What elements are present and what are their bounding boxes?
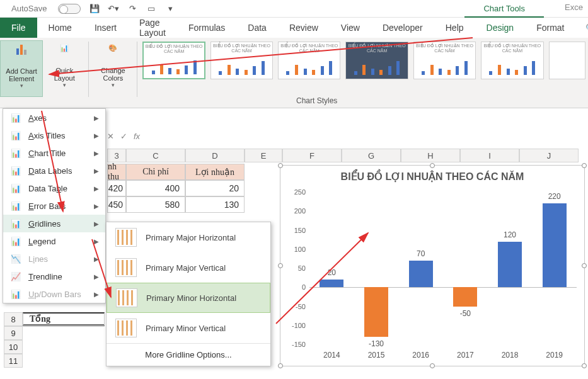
undo-icon[interactable]: ↶▾ [108, 4, 118, 14]
ribbon-band: Add Chart Element ▾ 📊 Quick Layout ▾ 🎨 C… [0, 38, 588, 108]
col-header-f[interactable]: F [282, 149, 342, 162]
menu-axis-titles[interactable]: 📊Axis Titles▶ [3, 127, 105, 144]
tab-home[interactable]: Home [37, 18, 83, 38]
gridlines-more-options[interactable]: More Gridline Options... [107, 343, 270, 366]
chart-style-1[interactable]: BIỂU ĐỒ LỢI NHUẬN THEO CÁC NĂM [142, 42, 205, 79]
ribbon-tabs: File Home Insert Page Layout Formulas Da… [0, 18, 588, 38]
chart-style-3[interactable]: BIỂU ĐỒ LỢI NHUẬN THEO CÁC NĂM [278, 42, 340, 79]
fx-cancel-icon[interactable]: ✕ [107, 132, 114, 141]
menu-chart-title[interactable]: 📊Chart Title▶ [3, 144, 105, 162]
col-header-c[interactable]: C [126, 149, 185, 162]
cell-d1[interactable]: 20 [185, 180, 245, 196]
col-header-g[interactable]: G [342, 149, 401, 162]
chart-style-4[interactable]: BIỂU ĐỒ LỢI NHUẬN THEO CÁC NĂM [345, 42, 408, 79]
row-header-11[interactable]: 11 [4, 354, 23, 368]
tab-format[interactable]: Format [525, 18, 575, 38]
cell-b2[interactable]: 450 [107, 196, 126, 213]
chart-title[interactable]: BIỂU ĐỒ LỢI NHUẬN THEO CÁC NĂM [280, 166, 584, 185]
cell-c2[interactable]: 580 [126, 196, 185, 213]
gridlines-primary-minor-vertical[interactable]: Primary Minor Vertical [107, 313, 270, 343]
tab-file[interactable]: File [0, 18, 37, 38]
col-header-h[interactable]: H [401, 149, 460, 162]
gridlines-primary-major-vertical[interactable]: Primary Major Vertical [107, 252, 270, 283]
menu-legend[interactable]: 📊Legend▶ [3, 232, 105, 250]
chart-style-7[interactable] [549, 42, 585, 79]
quick-layout-button[interactable]: 📊 Quick Layout ▾ [43, 40, 86, 97]
menu-updown-bars: 📊Up/Down Bars▶ [3, 285, 105, 303]
menu-lines: 📉Lines▶ [3, 250, 105, 268]
col-header-j[interactable]: J [519, 149, 579, 162]
menu-axes[interactable]: 📊AAxesxes▶ [3, 109, 105, 127]
col-header-d[interactable]: D [185, 149, 245, 162]
cell-tong[interactable]: Tổng [23, 312, 105, 326]
row-header-10[interactable]: 10 [4, 340, 23, 354]
gridlines-primary-minor-horizontal[interactable]: Primary Minor Horizontal [107, 283, 270, 313]
menu-gridlines[interactable]: 📊Gridlines▶ [3, 215, 105, 232]
app-name: Exce [565, 3, 583, 12]
tong-cell-wrap: Tổng [23, 312, 105, 326]
chart-style-6[interactable]: BIỂU ĐỒ LỢI NHUẬN THEO CÁC NĂM [481, 42, 543, 79]
chart-style-5[interactable]: BIỂU ĐỒ LỢI NHUẬN THEO CÁC NĂM [413, 42, 476, 79]
col-header-i[interactable]: I [460, 149, 519, 162]
table-row-1: 420 400 20 [107, 180, 245, 196]
cell-b-header[interactable]: nh thu [107, 164, 126, 180]
tab-view[interactable]: View [330, 18, 371, 38]
cell-c1[interactable]: 400 [126, 180, 185, 196]
chart-tools-contextual-tab: Chart Tools [464, 0, 544, 18]
tab-help[interactable]: Help [434, 18, 475, 38]
save-icon[interactable]: 💾 [89, 4, 100, 14]
menu-trendline[interactable]: 📈Trendline▶ [3, 268, 105, 285]
column-headers: 3 C D E F G H I J [107, 149, 585, 162]
customize-qat-icon[interactable]: ▾ [165, 4, 175, 14]
redo-icon[interactable]: ↷ [127, 4, 137, 14]
formula-bar: ✕ ✓ fx [107, 130, 585, 142]
title-bar: AutoSave 💾 ↶▾ ↷ ▭ ▾ Chart Tools Exce [0, 0, 588, 18]
menu-data-labels[interactable]: 📊Data Labels▶ [3, 162, 105, 179]
cell-c-header[interactable]: Chi phí [126, 164, 185, 180]
autosave-label: AutoSave [11, 4, 47, 13]
cell-b1[interactable]: 420 [107, 180, 126, 196]
gridlines-primary-major-horizontal[interactable]: Primary Major Horizontal [107, 222, 270, 252]
chart-object[interactable]: BIỂU ĐỒ LỢI NHUẬN THEO CÁC NĂM 250200150… [280, 165, 585, 366]
change-colors-label: Change Colors [91, 67, 134, 82]
change-colors-button[interactable]: 🎨 Change Colors ▾ [91, 40, 134, 97]
add-chart-element-menu: 📊AAxesxes▶ 📊Axis Titles▶ 📊Chart Title▶ 📊… [3, 108, 106, 303]
row-headers: 8 9 10 11 [4, 312, 23, 368]
menu-data-table[interactable]: 📊Data Table▶ [3, 179, 105, 197]
tab-insert[interactable]: Insert [83, 18, 128, 38]
menu-error-bars[interactable]: 📊Error Bars▶ [3, 197, 105, 215]
tab-page-layout[interactable]: Page Layout [128, 18, 177, 38]
chart-styles-group-label: Chart Styles [296, 96, 337, 105]
tab-design[interactable]: Design [475, 18, 526, 38]
quick-print-icon[interactable]: ▭ [146, 4, 156, 14]
ribbon-search-icon[interactable]: 🔍 [575, 18, 588, 38]
tab-review[interactable]: Review [278, 18, 330, 38]
autosave-toggle[interactable] [58, 4, 81, 14]
chart-plot-area[interactable]: 250200150100500-50-100-150202014-1302015… [309, 192, 577, 344]
add-chart-element-label: Add Chart Element [1, 67, 42, 82]
gridlines-submenu: Primary Major Horizontal Primary Major V… [106, 222, 271, 366]
col-header-e[interactable]: E [245, 149, 282, 162]
fx-icon[interactable]: fx [134, 132, 140, 141]
cell-d-header[interactable]: Lợi nhuận [185, 164, 245, 180]
row-header-9[interactable]: 9 [4, 326, 23, 340]
chart-style-2[interactable]: BIỂU ĐỒ LỢI NHUẬN THEO CÁC NĂM [210, 42, 273, 79]
tab-formulas[interactable]: Formulas [177, 18, 236, 38]
tab-developer[interactable]: Developer [371, 18, 434, 38]
fx-confirm-icon[interactable]: ✓ [120, 132, 127, 141]
tab-data[interactable]: Data [236, 18, 278, 38]
add-chart-element-button[interactable]: Add Chart Element ▾ [0, 40, 43, 97]
quick-layout-label: Quick Layout [43, 67, 86, 82]
cell-d2[interactable]: 130 [185, 196, 245, 213]
table-row-2: 450 580 130 [107, 196, 245, 213]
row-header-8[interactable]: 8 [4, 312, 23, 326]
table-row-header: nh thu Chi phí Lợi nhuận [107, 164, 245, 180]
col-header-3[interactable]: 3 [107, 149, 126, 162]
